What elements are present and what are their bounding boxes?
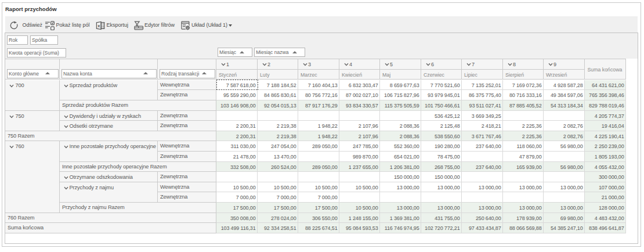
svg-text:x: x — [97, 23, 100, 28]
